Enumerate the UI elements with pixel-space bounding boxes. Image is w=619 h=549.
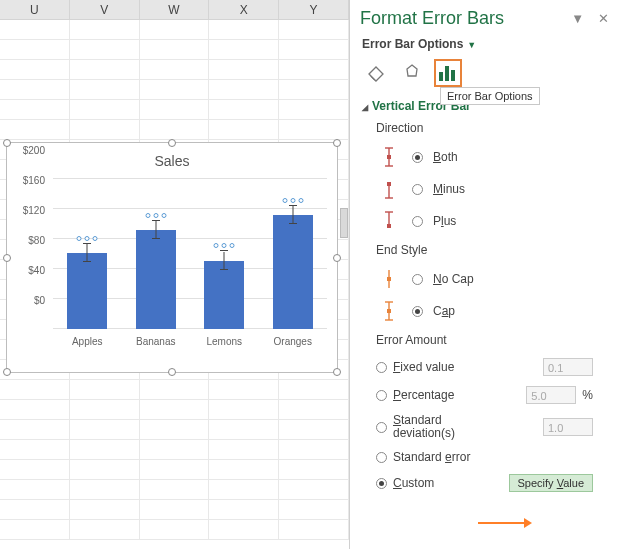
svg-marker-0	[407, 65, 417, 76]
percent-unit: %	[582, 388, 593, 402]
col-header[interactable]: Y	[279, 0, 349, 19]
radio-icon	[412, 152, 423, 163]
y-tick: $40	[28, 265, 45, 276]
direction-both-option[interactable]: Both	[376, 141, 593, 173]
cap-icon	[376, 299, 402, 323]
direction-minus-option[interactable]: Minus	[376, 173, 593, 205]
endstyle-nocap-option[interactable]: No Cap	[376, 263, 593, 295]
svg-rect-3	[451, 70, 455, 81]
percentage-input[interactable]: 5.0	[526, 386, 576, 404]
column-headers: U V W X Y	[0, 0, 349, 20]
svg-rect-13	[387, 224, 391, 228]
chart-bar[interactable]	[204, 261, 244, 329]
resize-handle[interactable]	[3, 254, 11, 262]
svg-rect-2	[445, 66, 449, 81]
amount-custom-option[interactable]: Custom Specify Value	[376, 469, 593, 497]
col-header[interactable]: U	[0, 0, 70, 19]
tooltip: Error Bar Options	[440, 87, 540, 105]
stddev-input[interactable]: 1.0	[543, 418, 593, 436]
radio-icon	[376, 478, 387, 489]
resize-handle[interactable]	[333, 254, 341, 262]
error-bar-options-dropdown[interactable]: Error Bar Options	[362, 37, 463, 51]
format-error-bars-pane: Format Error Bars ▼ ✕ Error Bar Options▼…	[349, 0, 619, 549]
resize-handle[interactable]	[3, 139, 11, 147]
error-minus-icon	[376, 177, 402, 201]
chart-container[interactable]: Sales $0 $40 $80 $120 $160 $200 Apples B…	[6, 142, 338, 373]
radio-icon	[412, 216, 423, 227]
amount-stddev-option[interactable]: Standarddeviation(s) 1.0	[376, 409, 593, 445]
fixed-value-input[interactable]: 0.1	[543, 358, 593, 376]
radio-icon	[376, 390, 387, 401]
chart-bar[interactable]	[67, 253, 107, 329]
chart-element-next-button[interactable]	[340, 208, 348, 238]
radio-icon	[412, 184, 423, 195]
x-axis-labels: Apples Bananas Lemons Oranges	[53, 336, 327, 347]
effects-icon[interactable]	[398, 59, 426, 87]
resize-handle[interactable]	[333, 139, 341, 147]
direction-plus-option[interactable]: Plus	[376, 205, 593, 237]
y-tick: $120	[23, 205, 45, 216]
error-both-icon	[376, 145, 402, 169]
amount-percentage-option[interactable]: Percentage 5.0 %	[376, 381, 593, 409]
y-tick: $200	[23, 145, 45, 156]
y-axis: $0 $40 $80 $120 $160 $200	[13, 177, 49, 329]
svg-rect-15	[387, 277, 391, 281]
svg-rect-19	[387, 309, 391, 313]
col-header[interactable]: W	[140, 0, 210, 19]
radio-icon	[412, 274, 423, 285]
chart-title[interactable]: Sales	[7, 153, 337, 169]
radio-icon	[376, 422, 387, 433]
specify-value-button[interactable]: Specify Value	[509, 474, 593, 492]
pane-title: Format Error Bars	[360, 8, 504, 29]
chart-plot-area[interactable]: $0 $40 $80 $120 $160 $200 Apples Bananas…	[53, 177, 327, 347]
x-label: Apples	[67, 336, 107, 347]
x-label: Lemons	[204, 336, 244, 347]
svg-rect-1	[439, 72, 443, 81]
resize-handle[interactable]	[168, 368, 176, 376]
col-header[interactable]: V	[70, 0, 140, 19]
resize-handle[interactable]	[168, 139, 176, 147]
x-label: Bananas	[136, 336, 176, 347]
radio-icon	[376, 452, 387, 463]
amount-fixed-option[interactable]: Fixed value 0.1	[376, 353, 593, 381]
radio-icon	[376, 362, 387, 373]
nocap-icon	[376, 267, 402, 291]
endstyle-label: End Style	[350, 239, 619, 261]
svg-rect-10	[387, 182, 391, 186]
y-tick: $80	[28, 235, 45, 246]
y-tick: $160	[23, 175, 45, 186]
x-label: Oranges	[273, 336, 313, 347]
resize-handle[interactable]	[333, 368, 341, 376]
fill-line-icon[interactable]	[362, 59, 390, 87]
close-icon[interactable]: ✕	[598, 11, 609, 26]
amount-stderr-option[interactable]: Standard error	[376, 445, 593, 469]
y-tick: $0	[34, 295, 45, 306]
endstyle-cap-option[interactable]: Cap	[376, 295, 593, 327]
bar-options-icon[interactable]	[434, 59, 462, 87]
chart-bars[interactable]	[53, 177, 327, 329]
radio-icon	[412, 306, 423, 317]
col-header[interactable]: X	[209, 0, 279, 19]
pane-options-dropdown-icon[interactable]: ▼	[571, 11, 584, 26]
resize-handle[interactable]	[3, 368, 11, 376]
chart-bar[interactable]	[136, 230, 176, 329]
error-plus-icon	[376, 209, 402, 233]
svg-rect-7	[387, 155, 391, 159]
annotation-arrow	[478, 522, 530, 524]
chart-bar[interactable]	[273, 215, 313, 329]
direction-label: Direction	[350, 117, 619, 139]
error-amount-label: Error Amount	[350, 329, 619, 351]
